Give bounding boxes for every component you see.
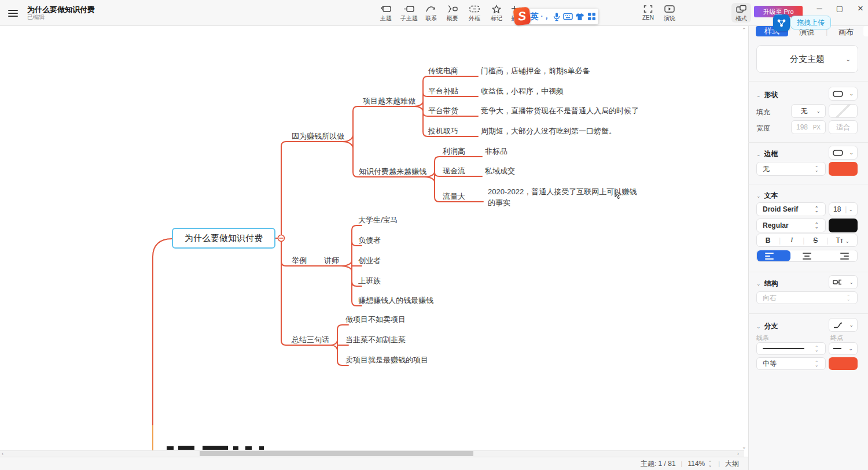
scroll-down-arrow[interactable]: ⌄ bbox=[742, 444, 746, 450]
chevron-down-icon: ⌄ bbox=[756, 281, 761, 287]
menu-icon[interactable] bbox=[8, 8, 18, 18]
mindmap-topic[interactable]: 上班族 bbox=[358, 276, 381, 286]
keyboard-icon[interactable] bbox=[563, 13, 573, 20]
border-color-swatch[interactable] bbox=[829, 162, 858, 176]
italic-button[interactable]: I bbox=[781, 236, 803, 245]
ime-language-toggle[interactable]: 英 bbox=[530, 12, 538, 22]
mindmap-topic[interactable]: 卖项目就是最赚钱的项目 bbox=[345, 355, 428, 365]
section-shape-header[interactable]: ⌄形状 bbox=[756, 90, 778, 100]
status-bar: 主题: 1 / 81 | 114% ⌃⌄ | 大纲 bbox=[0, 457, 748, 470]
font-weight-dropdown[interactable]: Regular ⌃⌄ bbox=[756, 219, 826, 232]
width-input[interactable]: 198 PX bbox=[791, 120, 826, 134]
mindmap-topic[interactable]: 总结三句话 bbox=[292, 335, 329, 345]
mindmap-topic[interactable]: 创业者 bbox=[358, 256, 381, 266]
chevron-down-icon: ⌄ bbox=[845, 238, 850, 244]
zoom-stepper[interactable]: ⌃⌄ bbox=[708, 461, 713, 467]
align-left-button[interactable] bbox=[757, 250, 790, 261]
strikethrough-button[interactable]: S bbox=[804, 236, 826, 245]
mindmap-topic[interactable]: 利润高 bbox=[443, 146, 465, 157]
direction-dropdown[interactable]: 向右 ⌃⌄ bbox=[756, 291, 858, 304]
text-case-button[interactable]: Tᴛ ⌄ bbox=[829, 236, 857, 245]
mindmap-topic[interactable]: 赚想赚钱人的钱最赚钱 bbox=[358, 295, 433, 306]
microphone-icon[interactable] bbox=[553, 12, 561, 21]
presentation-button[interactable]: 演说 bbox=[658, 4, 681, 23]
zen-mode-button[interactable]: ZEN bbox=[637, 4, 660, 21]
line-weight-dropdown[interactable]: 中等 ⌃⌄ bbox=[756, 357, 826, 370]
chevron-down-icon: ⌄ bbox=[756, 324, 761, 330]
mindmap-topic[interactable]: 项目越来越难做 bbox=[363, 96, 415, 106]
mindmap-topic[interactable]: 门槛高，店铺押金，前期s单必备 bbox=[481, 66, 590, 76]
mindmap-topic[interactable]: 知识付费越来越赚钱 bbox=[359, 166, 426, 177]
mindmap-topic[interactable]: 周期短，大部分人没有吃到第一口螃蟹。 bbox=[481, 126, 616, 136]
branch-shape-dropdown[interactable]: ⌄ bbox=[829, 318, 858, 332]
maximize-button[interactable]: ▢ bbox=[832, 2, 848, 15]
align-right-button[interactable] bbox=[823, 250, 857, 261]
target-selector[interactable]: 分支主题 ⌄ bbox=[756, 45, 858, 73]
line-style-dropdown[interactable]: ⌃⌄ bbox=[756, 342, 826, 355]
mindmap-topic[interactable]: 流量大 bbox=[443, 191, 465, 202]
align-center-button[interactable] bbox=[790, 250, 824, 261]
mindmap-topic[interactable]: 平台带货 bbox=[428, 106, 458, 116]
fill-color-swatch[interactable] bbox=[829, 104, 858, 118]
topic-button[interactable]: 主题 bbox=[374, 4, 398, 23]
scroll-left-arrow[interactable]: ‹ bbox=[2, 451, 3, 457]
fit-button[interactable]: 适合 bbox=[829, 120, 858, 134]
minimize-button[interactable]: ─ bbox=[811, 2, 827, 15]
bold-button[interactable]: B bbox=[757, 236, 779, 245]
mindmap-topic[interactable]: 传统电商 bbox=[428, 66, 458, 76]
ime-menu-grid-icon[interactable] bbox=[587, 12, 596, 21]
mindmap-topic[interactable]: 竞争大，直播带货现在不是普通人入局的时候了 bbox=[481, 106, 639, 116]
summary-button[interactable]: 概要 bbox=[441, 4, 464, 23]
border-width-dropdown[interactable]: 无 ⌃⌄ bbox=[756, 162, 826, 176]
section-border-header[interactable]: ⌄边框 bbox=[756, 149, 778, 159]
mindmap-topic[interactable]: 投机取巧 bbox=[428, 126, 458, 136]
section-branch-header[interactable]: ⌄分支 bbox=[756, 321, 778, 331]
mindmap-root-topic[interactable]: 为什么要做知识付费 bbox=[172, 228, 275, 249]
boundary-button[interactable]: 外框 bbox=[463, 4, 486, 23]
skin-icon[interactable] bbox=[575, 13, 584, 21]
font-family-dropdown[interactable]: Droid Serif ⌃⌄ bbox=[756, 202, 826, 216]
scroll-up-arrow[interactable]: ⌃ bbox=[742, 27, 746, 33]
stepper-icon: ⌃⌄ bbox=[847, 295, 851, 301]
section-structure-header[interactable]: ⌄结构 bbox=[756, 279, 778, 288]
mindmap-topic[interactable]: 当韭菜不如割韭菜 bbox=[345, 335, 406, 345]
structure-dropdown[interactable]: ⌄ bbox=[829, 275, 858, 289]
clipped-node-fragment bbox=[178, 446, 194, 450]
tab-canvas[interactable]: 画布 bbox=[838, 27, 854, 38]
scroll-right-arrow[interactable]: › bbox=[737, 451, 739, 457]
mindmap-topic[interactable]: 2020-2022，普通人接受了互联网上可以赚钱的事实 bbox=[488, 186, 643, 208]
clipped-node-fragment bbox=[245, 446, 252, 450]
shape-style-dropdown[interactable]: ⌄ bbox=[829, 87, 858, 101]
collapse-toggle[interactable] bbox=[278, 235, 285, 242]
outline-button[interactable]: 大纲 bbox=[725, 459, 739, 469]
mindmap-topic[interactable]: 私域成交 bbox=[485, 166, 515, 176]
mindmap-topic[interactable]: 收益低，小程序，中视频 bbox=[481, 86, 564, 97]
topic-count: 主题: 1 / 81 bbox=[641, 459, 676, 469]
drag-upload-icon[interactable] bbox=[773, 14, 790, 31]
horizontal-scrollbar-thumb[interactable] bbox=[200, 451, 473, 456]
fill-dropdown[interactable]: 无 ⌄ bbox=[791, 104, 826, 118]
section-text-header[interactable]: ⌄文本 bbox=[756, 191, 778, 201]
close-button[interactable]: ✕ bbox=[852, 2, 868, 15]
mindmap-topic[interactable]: 讲师 bbox=[324, 256, 339, 266]
endpoint-dropdown[interactable]: ⌄ bbox=[829, 342, 858, 355]
border-style-dropdown[interactable]: ⌄ bbox=[829, 146, 858, 160]
font-color-swatch[interactable] bbox=[829, 219, 858, 232]
marker-button[interactable]: 标记 bbox=[485, 4, 508, 23]
subtopic-button[interactable]: 子主题 bbox=[398, 4, 421, 23]
mindmap-topic[interactable]: 现金流 bbox=[443, 166, 465, 176]
mindmap-topic[interactable]: 负债者 bbox=[358, 235, 381, 246]
zoom-level: 114% bbox=[687, 460, 705, 468]
mindmap-topic[interactable]: 做项目不如卖项目 bbox=[345, 314, 406, 325]
mindmap-topic[interactable]: 非标品 bbox=[485, 146, 507, 157]
ime-punctuation-toggle[interactable]: ·， bbox=[541, 12, 550, 21]
mindmap-topic[interactable]: 大学生/宝马 bbox=[358, 215, 398, 225]
branch-color-swatch[interactable] bbox=[829, 357, 858, 370]
mindmap-topic[interactable]: 平台补贴 bbox=[428, 86, 458, 97]
format-panel-button[interactable]: 格式 bbox=[730, 4, 753, 23]
mindmap-topic[interactable]: 举例 bbox=[292, 256, 307, 266]
font-size-dropdown[interactable]: 18 | ⌄ bbox=[829, 202, 858, 216]
sogou-logo-icon[interactable]: S bbox=[513, 7, 531, 26]
mindmap-topic[interactable]: 因为赚钱所以做 bbox=[292, 131, 344, 142]
relationship-button[interactable]: 联系 bbox=[420, 4, 443, 23]
